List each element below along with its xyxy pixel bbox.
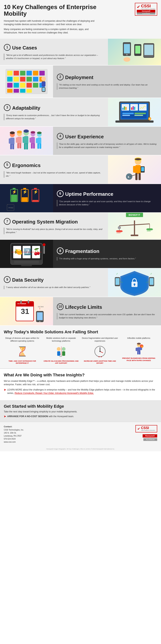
svg-text:▲: ▲ bbox=[100, 356, 102, 358]
svg-rect-15 bbox=[39, 71, 45, 76]
challenge-row-3: 3 Adaptability "Every team wants to cust… bbox=[0, 98, 161, 127]
falling-icon-2: ↓ APP bbox=[54, 344, 69, 359]
svg-rect-65 bbox=[17, 143, 19, 148]
svg-rect-19 bbox=[27, 77, 32, 82]
svg-rect-23 bbox=[14, 83, 19, 88]
falling-label-4: PREVENT BUSINESSES FROM KEEPING PACE WIT… bbox=[120, 357, 157, 362]
svg-point-32 bbox=[41, 76, 46, 81]
svg-rect-171 bbox=[19, 356, 26, 356]
svg-rect-28 bbox=[7, 89, 13, 93]
falling-icon-4: ✋ bbox=[131, 341, 146, 356]
challenge-quote-3: "Every team wants to customize preferenc… bbox=[4, 114, 104, 120]
svg-rect-77 bbox=[31, 144, 33, 149]
challenge-number-6: 6 bbox=[57, 190, 64, 197]
svg-rect-57 bbox=[9, 138, 11, 144]
falling-item-1: Deluge of devices and apps written for d… bbox=[4, 337, 41, 364]
falling-icon-1: $ bbox=[15, 344, 30, 359]
challenge-number-10: 10 bbox=[57, 303, 64, 310]
svg-rect-46 bbox=[134, 107, 135, 110]
svg-rect-52 bbox=[116, 120, 153, 122]
challenge-image-3: ⚙ bbox=[108, 98, 161, 126]
challenge-row-1: 1 Use Cases "We've got a lot of differen… bbox=[0, 39, 161, 66]
challenge-image-9: ✓ ✓ bbox=[108, 268, 161, 297]
svg-rect-64 bbox=[20, 138, 21, 143]
svg-text:⚙: ⚙ bbox=[149, 118, 150, 120]
svg-rect-99 bbox=[141, 167, 144, 172]
svg-rect-189 bbox=[136, 348, 138, 351]
svg-rect-29 bbox=[14, 89, 19, 93]
svg-rect-60 bbox=[12, 144, 14, 149]
challenge-text-5: 5 Ergonomics "We need tough hardware – b… bbox=[0, 155, 108, 184]
svg-rect-191 bbox=[137, 351, 139, 354]
falling-icon-3: ▲ ▲ bbox=[93, 344, 108, 359]
challenge-row-4: 4 User Experience "Due to the skills gap… bbox=[0, 127, 161, 155]
svg-rect-16 bbox=[7, 77, 13, 82]
svg-rect-11 bbox=[14, 71, 19, 76]
challenge-text-9: 9 Data Security "I worry about whether a… bbox=[0, 268, 108, 297]
challenge-image-5: ⛓ bbox=[108, 155, 161, 184]
falling-item-4: Inflexible mobile platforms ✋ bbox=[120, 337, 157, 364]
svg-rect-48 bbox=[122, 113, 134, 114]
footer-website: www.cssi.com bbox=[4, 441, 16, 443]
challenge-row-10: 10 Lifecycle Limits "With our current ha… bbox=[0, 297, 161, 326]
challenge-title-3: Adaptability bbox=[12, 105, 40, 111]
svg-text:⚡: ⚡ bbox=[12, 190, 17, 194]
challenge-number-3: 3 bbox=[4, 104, 11, 111]
challenge-title-2: Deployment bbox=[65, 74, 93, 80]
svg-rect-42 bbox=[124, 106, 125, 110]
svg-rect-1 bbox=[124, 44, 130, 54]
platinum-badge: PLATINUM bbox=[137, 12, 155, 14]
challenge-text-8: 8 Fragmentation "I'm dealing with a huge… bbox=[53, 240, 161, 268]
svg-point-167 bbox=[39, 321, 41, 322]
footer-contact-label: Contact: bbox=[4, 426, 12, 428]
svg-text:🤖: 🤖 bbox=[118, 226, 120, 229]
cssi-name: CSSI bbox=[141, 4, 155, 8]
svg-rect-166 bbox=[37, 312, 43, 320]
svg-rect-176 bbox=[62, 351, 65, 356]
svg-text:empty: empty bbox=[8, 207, 13, 209]
cssi-checkmark-icon: ✔ bbox=[137, 4, 140, 10]
svg-rect-63 bbox=[16, 138, 18, 143]
svg-rect-94 bbox=[135, 173, 137, 180]
header-para2: Many companies are feeling constrained b… bbox=[4, 28, 99, 34]
challenge-row-2: 2 Deployment "It's taking us too much ti… bbox=[0, 66, 161, 98]
svg-rect-51 bbox=[134, 115, 143, 116]
svg-text:✋: ✋ bbox=[141, 345, 144, 348]
learn-more-link[interactable]: Reduce Complexity, Regain Your Edge: Int… bbox=[15, 392, 94, 394]
svg-rect-22 bbox=[7, 83, 13, 88]
svg-text:APP: APP bbox=[59, 356, 62, 357]
svg-rect-30 bbox=[20, 89, 25, 93]
svg-point-2 bbox=[126, 54, 128, 56]
challenge-text-1: 1 Use Cases "We've got a lot of differen… bbox=[0, 39, 108, 65]
footer-phone: 570-524-4424 bbox=[4, 438, 16, 440]
svg-rect-144 bbox=[14, 261, 39, 264]
svg-rect-59 bbox=[10, 144, 12, 149]
challenge-number-5: 5 bbox=[4, 162, 11, 168]
svg-text:S M T W T F S: S M T W T F S bbox=[17, 306, 26, 308]
svg-point-86 bbox=[17, 130, 22, 134]
svg-rect-49 bbox=[122, 115, 130, 116]
svg-rect-31 bbox=[27, 89, 32, 93]
challenge-image-7: BENEFIT 🤖 bbox=[108, 213, 161, 239]
arrange-link-row[interactable]: ➤ ARRANGE FOR A NO-COST SESSION with the… bbox=[4, 415, 157, 418]
header-section: ✔ CSSI technologies Honeywell PLATINUM 1… bbox=[0, 0, 161, 39]
what-doing-section: What Are We Doing with These Insights? W… bbox=[0, 368, 161, 400]
honeywell-partner-badge: Honeywell bbox=[137, 10, 155, 12]
svg-rect-76 bbox=[33, 138, 35, 143]
challenge-image-4 bbox=[0, 127, 53, 155]
svg-rect-41 bbox=[122, 108, 123, 110]
svg-rect-150 bbox=[116, 278, 120, 285]
svg-text:$: $ bbox=[21, 348, 22, 350]
challenge-number-8: 8 bbox=[57, 248, 64, 254]
svg-rect-24 bbox=[20, 83, 25, 88]
footer-contact: Contact: CSSI Technologies, Inc. 145 N. … bbox=[4, 425, 24, 444]
svg-rect-106 bbox=[11, 195, 17, 202]
challenge-quote-9: "I worry about whether all of our device… bbox=[4, 286, 104, 289]
arrange-cta[interactable]: ARRANGE FOR A NO-COST SESSION bbox=[7, 415, 48, 418]
challenge-quote-6: "Our people want to be able to start up … bbox=[57, 200, 157, 206]
footer-platinum-badge: PLATINUM bbox=[143, 438, 157, 441]
svg-rect-33 bbox=[42, 81, 45, 87]
challenge-title-10: Lifecycle Limits bbox=[65, 304, 102, 310]
footer-cssi-sub: technologies bbox=[141, 430, 155, 431]
svg-rect-105 bbox=[13, 188, 16, 190]
